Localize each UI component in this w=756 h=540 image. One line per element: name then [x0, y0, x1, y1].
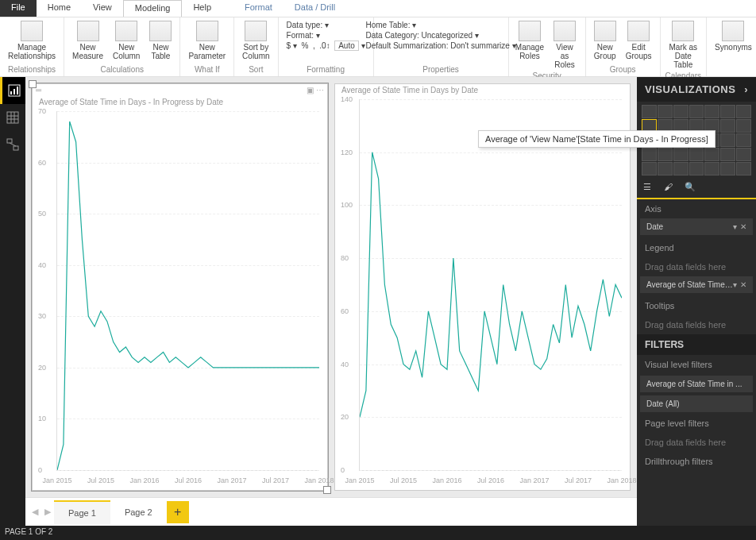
chart-2-title: Average of State Time in Days by Date: [335, 84, 630, 96]
svg-rect-2: [14, 89, 15, 94]
edit-groups-button[interactable]: Edit Groups: [623, 19, 655, 62]
viz-type-23[interactable]: [673, 148, 688, 161]
tab-view[interactable]: View: [82, 0, 123, 17]
viz-type-33[interactable]: [720, 162, 735, 176]
viz-type-31[interactable]: [689, 162, 704, 176]
chart-1-plot[interactable]: 010203040506070Jan 2015Jul 2015Jan 2016J…: [56, 111, 319, 471]
filter-avg-state-time[interactable]: Average of State Time in ...: [640, 376, 753, 392]
axis-section: Axis: [637, 199, 756, 218]
manage-relationships-button[interactable]: Manage Relationships: [5, 19, 59, 62]
viz-type-25[interactable]: [704, 148, 719, 161]
page-level-filters-drop[interactable]: Drag data fields here: [637, 433, 756, 452]
format-dropdown[interactable]: Format: ▾: [287, 31, 365, 40]
drillthrough-filters-label: Drillthrough filters: [637, 452, 756, 471]
model-view-button[interactable]: [0, 131, 25, 158]
tooltips-section: Tooltips: [637, 296, 756, 315]
viz-type-3[interactable]: [689, 105, 704, 118]
hover-tooltip: Average of 'View Name'[State Time in Day…: [478, 130, 716, 148]
comma-button[interactable]: ,: [313, 41, 315, 50]
tab-datadrill[interactable]: Data / Drill: [284, 0, 346, 17]
tab-modeling[interactable]: Modeling: [123, 0, 183, 17]
data-view-button[interactable]: [0, 104, 25, 131]
viz-type-34[interactable]: [736, 162, 751, 176]
data-category-dropdown[interactable]: Data Category: Uncategorized ▾: [365, 31, 515, 40]
page-tabs: ◀ ▶ Page 1 Page 2 +: [25, 497, 637, 526]
add-page-button[interactable]: +: [167, 501, 189, 523]
filters-header: FILTERS: [637, 334, 756, 355]
status-bar: PAGE 1 OF 2: [0, 526, 756, 540]
default-summarization-dropdown[interactable]: Default Summarization: Don't summarize ▾: [365, 41, 515, 50]
tab-help[interactable]: Help: [182, 0, 222, 17]
svg-rect-10: [14, 146, 18, 150]
new-column-button[interactable]: New Column: [110, 19, 143, 62]
page-next-icon[interactable]: ▶: [41, 503, 54, 520]
visual-chart-2[interactable]: Average of State Time in Days by Date 02…: [334, 83, 631, 491]
manage-roles-button[interactable]: Manage Roles: [514, 19, 546, 62]
report-view-button[interactable]: [0, 77, 25, 104]
viz-type-1[interactable]: [658, 105, 673, 118]
page-tab-1[interactable]: Page 1: [54, 500, 110, 524]
page-level-filters-label: Page level filters: [637, 414, 756, 433]
viz-type-32[interactable]: [704, 162, 719, 176]
remove-field-icon[interactable]: ✕: [740, 280, 746, 289]
synonyms-button[interactable]: Synonyms: [712, 19, 755, 53]
decimal-buttons[interactable]: .0↕: [319, 41, 330, 50]
view-as-roles-button[interactable]: View as Roles: [549, 19, 580, 71]
chart-2-plot[interactable]: 020406080100120140Jan 2015Jul 2015Jan 20…: [359, 99, 622, 471]
new-parameter-button[interactable]: New Parameter: [185, 19, 229, 62]
svg-rect-4: [7, 112, 18, 123]
viz-type-27[interactable]: [736, 148, 751, 161]
page-tab-2[interactable]: Page 2: [110, 501, 167, 523]
new-table-button[interactable]: New Table: [146, 19, 175, 62]
legend-drop[interactable]: Drag data fields here: [637, 257, 756, 276]
viz-type-28[interactable]: [642, 162, 657, 176]
viz-type-0[interactable]: [642, 105, 657, 118]
analytics-tab-icon[interactable]: 🔍: [685, 182, 699, 195]
chart-1-title: Average of State Time in Days - In Progr…: [33, 96, 327, 108]
viz-type-20[interactable]: [736, 133, 751, 147]
viz-type-30[interactable]: [673, 162, 688, 176]
chevron-down-icon[interactable]: ▾: [733, 222, 737, 231]
focus-mode-icon[interactable]: ▣: [307, 86, 314, 94]
currency-button[interactable]: $: [287, 41, 291, 50]
auto-decimals[interactable]: Auto: [334, 40, 359, 51]
fields-tab-icon[interactable]: ☰: [643, 182, 658, 195]
legend-section: Legend: [637, 238, 756, 257]
viz-type-12[interactable]: [720, 119, 735, 133]
viz-type-2[interactable]: [673, 105, 688, 118]
svg-line-11: [10, 143, 16, 146]
tooltips-drop[interactable]: Drag data fields here: [637, 315, 756, 334]
format-tab-icon[interactable]: 🖌: [664, 182, 678, 195]
chevron-down-icon[interactable]: ▾: [733, 280, 737, 289]
filter-date-all[interactable]: Date (All): [640, 395, 753, 412]
sort-by-column-button[interactable]: Sort by Column: [239, 19, 272, 62]
grip-icon: ═: [36, 86, 41, 94]
viz-type-29[interactable]: [658, 162, 673, 176]
viz-type-22[interactable]: [658, 148, 673, 161]
tab-file[interactable]: File: [0, 0, 37, 17]
visual-chart-1[interactable]: ═ ▣ ⋯ Average of State Time in Days - In…: [32, 83, 328, 491]
collapse-pane-icon[interactable]: ›: [744, 83, 748, 95]
axis-field-date[interactable]: Date▾✕: [640, 218, 753, 235]
percent-button[interactable]: %: [301, 41, 308, 50]
page-prev-icon[interactable]: ◀: [29, 503, 41, 520]
tab-format[interactable]: Format: [233, 0, 284, 17]
viz-type-26[interactable]: [720, 148, 735, 161]
data-type-dropdown[interactable]: Data type: ▾: [287, 21, 365, 29]
mark-date-table-button[interactable]: Mark as Date Table: [665, 19, 702, 71]
viz-type-24[interactable]: [689, 148, 704, 161]
svg-rect-1: [10, 91, 12, 94]
viz-type-19[interactable]: [720, 133, 735, 147]
home-table-dropdown[interactable]: Home Table: ▾: [365, 21, 515, 29]
values-field[interactable]: Average of State Time in ...▾✕: [640, 276, 753, 293]
new-group-button[interactable]: New Group: [591, 19, 619, 62]
viz-type-13[interactable]: [736, 119, 751, 133]
viz-type-4[interactable]: [704, 105, 719, 118]
viz-type-5[interactable]: [720, 105, 735, 118]
viz-type-6[interactable]: [736, 105, 751, 118]
tab-home[interactable]: Home: [37, 0, 82, 17]
remove-field-icon[interactable]: ✕: [740, 222, 746, 231]
new-measure-button[interactable]: New Measure: [69, 19, 106, 62]
more-options-icon[interactable]: ⋯: [316, 86, 324, 94]
viz-type-21[interactable]: [642, 148, 657, 161]
